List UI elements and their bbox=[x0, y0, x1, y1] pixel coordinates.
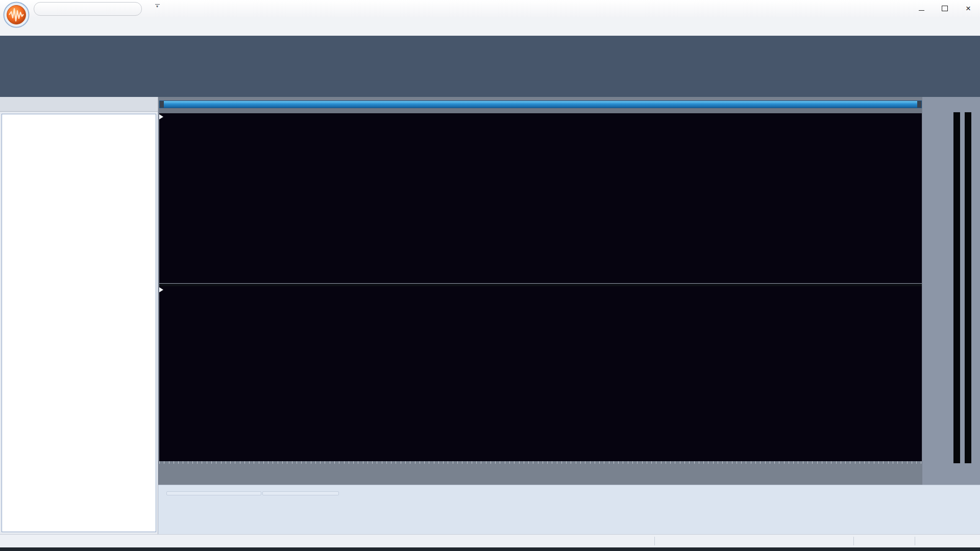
seek-bar-left-cap[interactable] bbox=[160, 101, 164, 108]
status-file-size bbox=[853, 535, 915, 547]
status-length bbox=[915, 535, 978, 547]
quick-access-customize-button[interactable]: ▼ bbox=[153, 4, 161, 8]
time-display bbox=[347, 483, 786, 534]
spectrogram-left-channel[interactable] bbox=[159, 113, 922, 283]
playhead-marker-left bbox=[159, 114, 163, 119]
file-list bbox=[2, 114, 156, 532]
bottom-panel bbox=[158, 485, 980, 534]
app-window: ▼ × bbox=[0, 0, 980, 551]
window-bottom-edge bbox=[0, 547, 980, 551]
ribbon-toolbar bbox=[0, 36, 980, 97]
seek-bar-right-cap[interactable] bbox=[917, 101, 921, 108]
maximize-button[interactable] bbox=[933, 0, 957, 17]
quick-access-toolbar bbox=[34, 2, 142, 16]
minimize-icon bbox=[919, 10, 924, 11]
sidebar-tabs bbox=[0, 97, 158, 112]
level-meter-left bbox=[953, 112, 960, 463]
minimize-button[interactable] bbox=[910, 0, 933, 17]
level-meter-right bbox=[965, 112, 971, 463]
close-button[interactable]: × bbox=[957, 0, 980, 17]
maximize-icon bbox=[942, 6, 948, 11]
transport-controls bbox=[166, 491, 261, 495]
sidebar-panel bbox=[0, 97, 158, 534]
status-bar bbox=[0, 534, 980, 547]
channel-divider[interactable] bbox=[159, 283, 922, 286]
window-controls: × bbox=[910, 0, 980, 17]
playhead-marker-right bbox=[159, 287, 163, 292]
zoom-controls bbox=[262, 491, 339, 495]
frequency-axis bbox=[922, 97, 980, 485]
title-bar: ▼ × bbox=[0, 0, 980, 18]
seek-bar[interactable] bbox=[159, 101, 922, 108]
app-logo-icon[interactable] bbox=[3, 2, 30, 28]
timeline-ruler[interactable] bbox=[159, 461, 922, 485]
editor-area bbox=[158, 97, 980, 485]
selection-view-panel bbox=[790, 488, 980, 526]
spectrogram-right-channel[interactable] bbox=[159, 286, 922, 461]
status-separator bbox=[654, 537, 655, 545]
menu-bar bbox=[0, 17, 980, 36]
editor-top-strip bbox=[159, 108, 922, 113]
